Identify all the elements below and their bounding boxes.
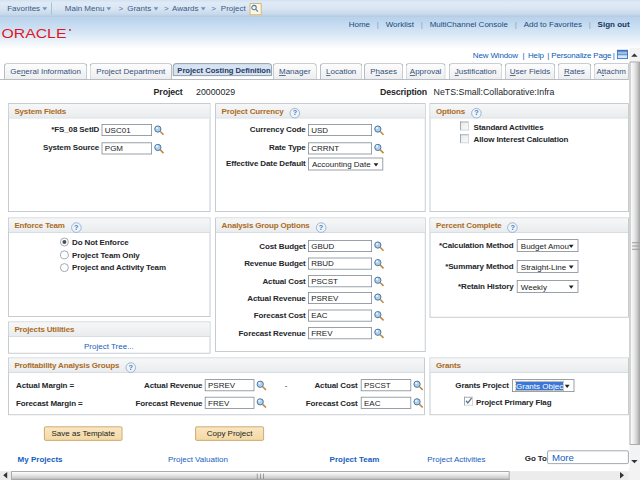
svg-text:ORACLE: ORACLE [2, 27, 67, 41]
